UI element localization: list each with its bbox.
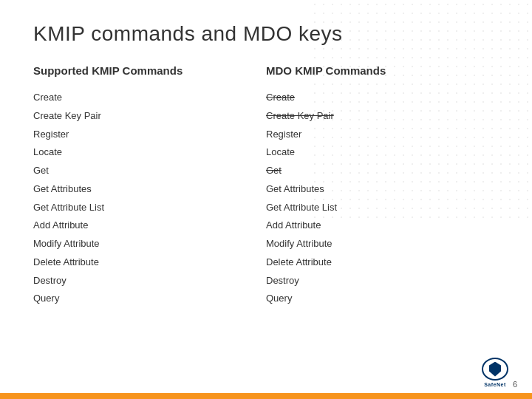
safenet-logo: SafeNet <box>473 358 517 387</box>
list-item: Add Attribute <box>33 216 251 235</box>
list-item: Create <box>33 89 251 107</box>
list-item: Destroy <box>33 272 251 290</box>
list-item: Get <box>33 162 251 180</box>
list-item: Delete Attribute <box>266 253 484 272</box>
list-item: Get Attribute List <box>33 199 251 217</box>
logo-text: SafeNet <box>484 382 506 387</box>
list-item: Query <box>266 290 484 308</box>
list-item: Create Key Pair <box>33 107 251 126</box>
list-item: Register <box>266 126 484 144</box>
list-item: Get <box>266 162 484 180</box>
list-item: Get Attributes <box>33 180 251 199</box>
mdo-command-list: CreateCreate Key PairRegisterLocateGetGe… <box>266 89 484 308</box>
list-item: Delete Attribute <box>33 253 251 272</box>
page-number: 6 <box>513 380 517 389</box>
mdo-column-header: MDO KMIP Commands <box>266 64 484 80</box>
mdo-column: MDO KMIP Commands CreateCreate Key PairR… <box>266 64 499 308</box>
list-item: Add Attribute <box>266 216 484 235</box>
list-item: Create <box>266 89 484 107</box>
list-item: Modify Attribute <box>33 235 251 253</box>
list-item: Query <box>33 290 251 308</box>
list-item: Destroy <box>266 272 484 290</box>
logo-circle <box>482 358 508 381</box>
list-item: Locate <box>266 143 484 162</box>
bottom-bar <box>0 393 532 399</box>
logo-shield-icon <box>489 362 501 377</box>
page-title: KMIP commands and MDO keys <box>33 22 499 46</box>
supported-command-list: CreateCreate Key PairRegisterLocateGetGe… <box>33 89 251 308</box>
list-item: Get Attributes <box>266 180 484 199</box>
list-item: Locate <box>33 143 251 162</box>
list-item: Register <box>33 126 251 144</box>
list-item: Create Key Pair <box>266 107 484 126</box>
supported-column: Supported KMIP Commands CreateCreate Key… <box>33 64 266 308</box>
list-item: Get Attribute List <box>266 199 484 217</box>
supported-column-header: Supported KMIP Commands <box>33 64 251 80</box>
columns-container: Supported KMIP Commands CreateCreate Key… <box>33 64 499 308</box>
list-item: Modify Attribute <box>266 235 484 253</box>
